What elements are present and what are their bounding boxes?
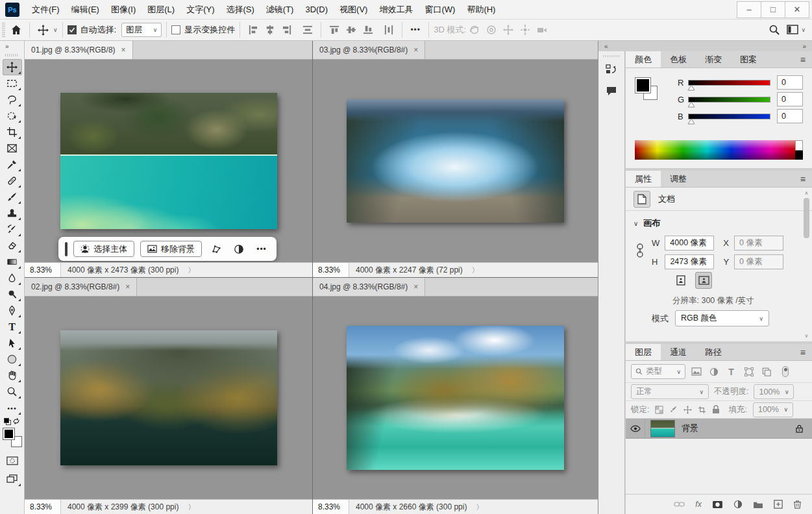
history-panel-icon[interactable] xyxy=(602,61,621,79)
strip-grip[interactable] xyxy=(603,53,620,58)
new-layer-icon[interactable] xyxy=(774,500,783,509)
tab-03-jpg[interactable]: 03.jpg @ 8.33%(RGB/8#) × xyxy=(313,41,425,59)
menu-3d[interactable]: 3D(D) xyxy=(299,0,334,19)
blend-mode-dropdown[interactable]: 正常 ∨ xyxy=(631,384,709,399)
menu-plugins[interactable]: 增效工具 xyxy=(373,0,419,19)
layer-lock-icon[interactable] xyxy=(796,424,803,433)
menu-filter[interactable]: 滤镜(T) xyxy=(260,0,300,19)
taskbar-drag-handle[interactable] xyxy=(65,242,68,256)
workspace-switcher[interactable]: ∨ xyxy=(787,25,806,35)
delete-layer-icon[interactable] xyxy=(793,500,802,509)
layer-visibility-toggle[interactable] xyxy=(626,419,645,438)
canvas-01[interactable] xyxy=(25,60,312,262)
object-selection-tool[interactable] xyxy=(3,108,22,124)
lock-pixels-icon[interactable] xyxy=(669,406,678,414)
toolbar-expand-icon[interactable]: » xyxy=(0,41,24,51)
tab-color[interactable]: 颜色 xyxy=(626,51,661,67)
menu-layer[interactable]: 图层(L) xyxy=(141,0,180,19)
green-slider[interactable] xyxy=(688,97,770,103)
crop-tool[interactable] xyxy=(3,124,22,140)
scroll-down-icon[interactable]: ∨ xyxy=(803,333,810,339)
tab-02-jpg[interactable]: 02.jpg @ 8.33%(RGB/8#) × xyxy=(25,278,137,296)
taskbar-more-icon[interactable]: ••• xyxy=(253,241,270,258)
layer-style-icon[interactable]: fx xyxy=(695,500,702,509)
chevron-down-icon[interactable]: ∨ xyxy=(53,27,58,33)
tab-close-icon[interactable]: × xyxy=(125,282,130,291)
panel-menu-icon[interactable]: ≡ xyxy=(800,51,812,67)
width-field[interactable]: 4000 像素 xyxy=(665,236,714,251)
fill-field[interactable]: 100% ∨ xyxy=(753,402,793,417)
canvas-image-04[interactable] xyxy=(347,326,564,470)
show-transform-checkbox[interactable] xyxy=(171,25,180,34)
frame-tool[interactable] xyxy=(3,140,22,156)
opacity-field[interactable]: 100% ∨ xyxy=(754,384,794,399)
filter-toggle-switch[interactable] xyxy=(782,366,789,377)
foreground-background-colors[interactable] xyxy=(3,428,22,447)
align-center-vertical-icon[interactable] xyxy=(343,21,360,38)
tab-swatches[interactable]: 色板 xyxy=(661,51,696,67)
scrollbar-thumb[interactable] xyxy=(804,198,809,238)
zoom-tool[interactable] xyxy=(3,384,22,400)
tab-patterns[interactable]: 图案 xyxy=(731,51,766,67)
link-dimensions-icon[interactable] xyxy=(636,242,644,259)
canvas-image-02[interactable] xyxy=(60,330,277,465)
red-value-field[interactable]: 0 xyxy=(777,75,803,90)
blue-value-field[interactable]: 0 xyxy=(777,109,803,123)
move-tool-preset-icon[interactable] xyxy=(34,21,51,38)
distribute-vertical-centers-icon[interactable] xyxy=(299,21,316,38)
filter-shape-layers-icon[interactable] xyxy=(742,365,756,378)
new-group-icon[interactable] xyxy=(753,500,763,509)
tab-04-jpg[interactable]: 04.jpg @ 8.33%(RGB/8#) × xyxy=(313,278,425,296)
canvas-image-03[interactable] xyxy=(347,99,564,223)
canvas-section-header[interactable]: ∨ 画布 xyxy=(626,211,812,232)
menu-image[interactable]: 图像(I) xyxy=(105,0,141,19)
foreground-color-swatch[interactable] xyxy=(3,428,15,440)
pen-tool[interactable] xyxy=(3,302,22,319)
height-field[interactable]: 2473 像素 xyxy=(665,254,714,269)
lock-all-icon[interactable] xyxy=(712,405,720,414)
red-slider[interactable] xyxy=(688,80,770,86)
eraser-tool[interactable] xyxy=(3,238,22,254)
screen-mode-icon[interactable] xyxy=(3,471,22,487)
lasso-tool[interactable] xyxy=(3,92,22,108)
blur-tool[interactable] xyxy=(3,270,22,286)
zoom-level-field[interactable]: 8.33% xyxy=(313,500,349,514)
ellipse-tool[interactable] xyxy=(3,351,22,367)
canvas-02[interactable] xyxy=(25,297,312,499)
collapse-panels-left-icon[interactable]: « xyxy=(604,43,608,50)
foreground-color-swatch[interactable] xyxy=(635,77,651,93)
landscape-orientation-button[interactable] xyxy=(695,272,712,289)
tab-gradients[interactable]: 渐变 xyxy=(696,51,731,67)
tab-01-jpg[interactable]: 01.jpg @ 8.33%(RGB/8) × xyxy=(25,41,133,59)
menu-help[interactable]: 帮助(H) xyxy=(461,0,501,19)
zoom-level-field[interactable]: 8.33% xyxy=(25,500,61,514)
align-center-horizontal-icon[interactable] xyxy=(262,21,278,38)
tab-paths[interactable]: 路径 xyxy=(696,344,731,360)
blue-slider[interactable] xyxy=(688,114,770,119)
lock-transparency-icon[interactable] xyxy=(655,406,663,414)
rectangular-marquee-tool[interactable] xyxy=(3,75,22,92)
auto-select-target-dropdown[interactable]: 图层 ∨ xyxy=(121,23,162,37)
color-swatches[interactable] xyxy=(635,77,659,102)
add-layer-mask-icon[interactable] xyxy=(712,500,723,509)
remove-background-button[interactable]: 移除背景 xyxy=(140,241,202,257)
default-colors-icon[interactable] xyxy=(4,418,11,425)
lock-artboard-icon[interactable] xyxy=(698,406,706,414)
home-icon[interactable] xyxy=(8,21,25,38)
canvas-03[interactable] xyxy=(313,60,598,262)
filter-smart-objects-icon[interactable] xyxy=(759,365,773,378)
lock-position-icon[interactable] xyxy=(683,406,692,414)
menu-edit[interactable]: 编辑(E) xyxy=(66,0,105,19)
align-right-icon[interactable] xyxy=(278,21,295,38)
transform-icon[interactable] xyxy=(208,241,225,258)
status-chevron-icon[interactable]: 〉 xyxy=(188,502,195,512)
more-align-options-icon[interactable]: ••• xyxy=(407,21,424,38)
options-bar-grip[interactable] xyxy=(2,23,5,37)
x-field[interactable]: 0 像素 xyxy=(734,236,783,251)
minimize-button[interactable]: – xyxy=(737,1,761,18)
menu-view[interactable]: 视图(V) xyxy=(334,0,373,19)
close-button[interactable]: ✕ xyxy=(785,1,809,18)
type-tool[interactable]: T xyxy=(3,319,22,335)
move-tool[interactable] xyxy=(3,59,22,75)
canvas-image-01[interactable] xyxy=(60,93,277,229)
